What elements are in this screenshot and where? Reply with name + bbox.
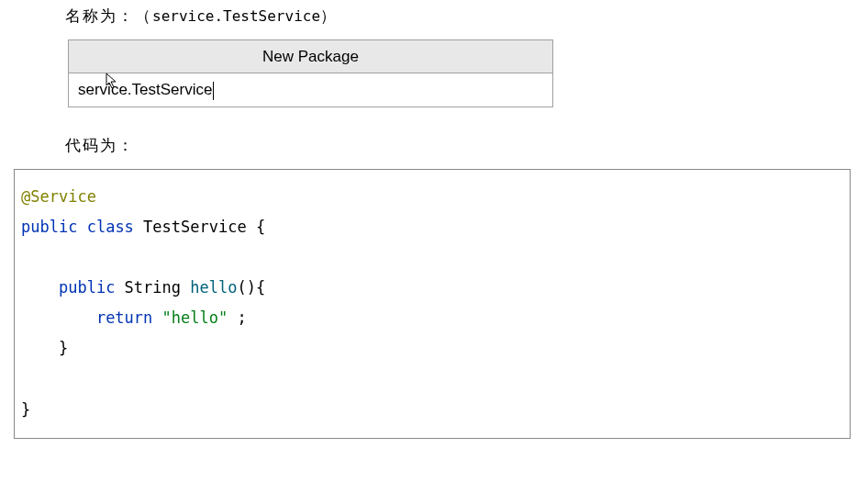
dialog-title: New Package (69, 40, 553, 73)
parens-brace: (){ (237, 278, 265, 297)
close-class: } (21, 400, 30, 419)
method-token: hello (190, 278, 237, 297)
classname-token: TestService (143, 218, 247, 236)
rettype-token: String (115, 278, 190, 297)
indent (21, 308, 96, 327)
space (152, 308, 161, 327)
indent (21, 278, 59, 297)
new-package-dialog: New Package service.TestService (68, 39, 553, 107)
name-suffix: ） (320, 7, 338, 25)
name-value: service.TestService (152, 7, 320, 25)
close-method: } (21, 339, 68, 357)
code-heading: 代码为： (65, 135, 868, 156)
text-caret (213, 82, 214, 100)
string-token: "hello" (162, 308, 228, 327)
brace-open: { (247, 218, 265, 236)
keyword-class: class (87, 218, 134, 236)
annotation-token: @Service (21, 187, 96, 206)
name-heading: 名称为：（service.TestService） (65, 6, 868, 27)
package-name-input[interactable]: service.TestService (69, 73, 553, 107)
code-block: @Service public class TestService { publ… (14, 169, 851, 439)
semicolon: ; (228, 308, 246, 327)
name-prefix: 名称为：（ (65, 7, 152, 25)
input-value: service.TestService (78, 81, 212, 98)
keyword-return: return (96, 308, 152, 327)
keyword-public: public (21, 218, 77, 236)
keyword-public: public (59, 278, 115, 297)
